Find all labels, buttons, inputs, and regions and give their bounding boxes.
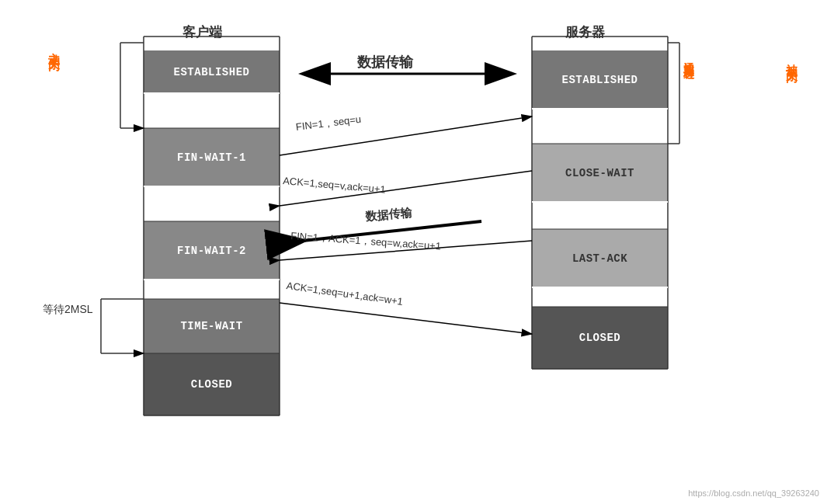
msg4-label: ACK=1,seq=u+1,ack=w+1 [286, 280, 404, 308]
client-label: 客户端 [182, 23, 222, 41]
state-established-client: ESTABLISHED [144, 50, 280, 93]
state-closed-server: CLOSED [532, 307, 668, 369]
active-close-label: 主动关闭 [47, 43, 61, 52]
diagram-container: 客户端 服务器 主动关闭 被动关闭 通知应用进程 等待2MSL ESTABLIS… [0, 0, 827, 504]
passive-close-label: 被动关闭 [784, 54, 799, 64]
state-established-server: ESTABLISHED [532, 50, 668, 109]
state-time-wait: TIME-WAIT [144, 299, 280, 353]
svg-line-31 [280, 303, 532, 334]
msg3-label: FIN=1，ACK=1，seq=w,ack=u+1 [290, 229, 442, 253]
msg1-label: FIN=1，seq=u [295, 113, 362, 134]
state-close-wait: CLOSE-WAIT [532, 144, 668, 202]
state-closed-client: CLOSED [144, 353, 280, 415]
data-transfer-mid-label: 数据传输 [365, 206, 412, 224]
msg2-label: ACK=1,seq=v,ack=u+1 [283, 175, 387, 196]
notify-app-label: 通知应用进程 [682, 53, 696, 62]
diagram-svg [0, 0, 827, 504]
state-last-ack: LAST-ACK [532, 229, 668, 287]
wait-2msl-label: 等待2MSL [43, 303, 93, 317]
state-fin-wait-1: FIN-WAIT-1 [144, 128, 280, 186]
server-label: 服务器 [565, 23, 605, 41]
watermark: https://blog.csdn.net/qq_39263240 [688, 488, 819, 498]
state-fin-wait-2: FIN-WAIT-2 [144, 221, 280, 280]
data-transfer-top-label: 数据传输 [357, 53, 413, 71]
